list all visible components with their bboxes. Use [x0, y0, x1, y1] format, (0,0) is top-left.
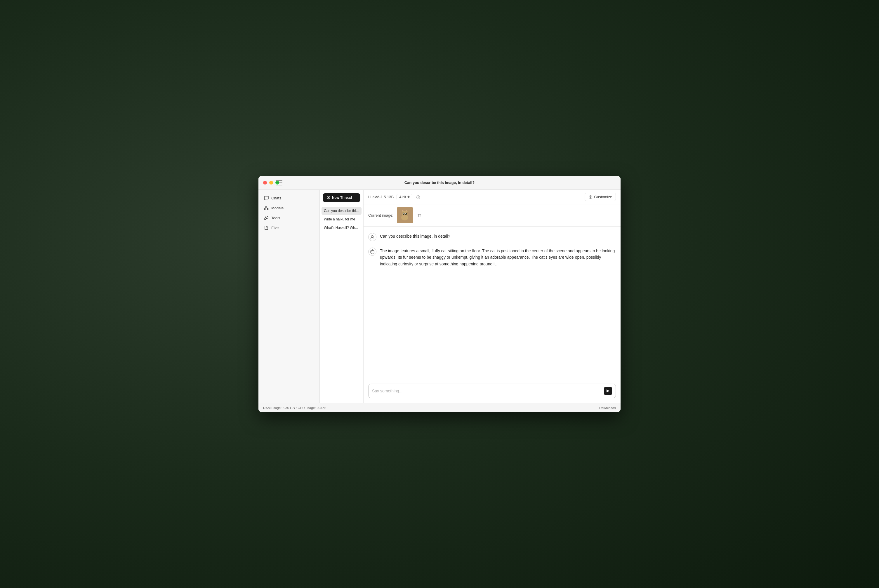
user-avatar	[368, 233, 376, 241]
sidebar-item-models[interactable]: Models	[261, 203, 317, 213]
content-header: LLaVA-1.5 13B 4-bit	[364, 190, 621, 204]
image-thumbnail	[397, 207, 413, 224]
sidebar-item-tools-label: Tools	[271, 216, 280, 220]
model-name: LLaVA-1.5 13B	[368, 195, 394, 199]
delete-image-icon[interactable]	[416, 213, 422, 218]
timer-icon[interactable]	[415, 194, 421, 200]
message-assistant: The image features a small, fluffy cat s…	[368, 247, 616, 267]
minimize-button[interactable]	[269, 181, 273, 184]
models-icon	[264, 205, 269, 210]
svg-point-6	[590, 196, 591, 198]
chat-item-1[interactable]: Can you describe thi...	[321, 207, 362, 215]
assistant-message-text: The image features a small, fluffy cat s…	[380, 247, 616, 267]
svg-point-14	[403, 213, 405, 215]
svg-point-17	[405, 213, 406, 214]
sidebar-item-files-label: Files	[271, 226, 279, 230]
svg-point-21	[372, 252, 372, 252]
current-image-label: Current image:	[368, 213, 393, 218]
svg-point-23	[372, 249, 373, 250]
input-container	[368, 384, 616, 398]
app-window: Can you describe this image, in detail? …	[258, 176, 621, 412]
svg-point-3	[267, 217, 267, 218]
sidebar-item-chats-label: Chats	[271, 196, 281, 200]
sidebar-item-files[interactable]: Files	[261, 223, 317, 232]
files-icon	[264, 225, 269, 230]
main-layout: Chats Models	[258, 190, 621, 403]
messages-list: Can you describe this image, in detail?	[364, 226, 621, 380]
new-thread-label: New Thread	[332, 196, 352, 200]
svg-point-2	[267, 208, 268, 210]
sidebar-item-models-label: Models	[271, 206, 284, 210]
window-title: Can you describe this image, in detail?	[405, 180, 475, 185]
send-button[interactable]	[604, 387, 612, 395]
bot-avatar	[368, 248, 376, 256]
bit-arrow-up-icon	[407, 196, 410, 197]
svg-point-1	[264, 208, 266, 210]
close-button[interactable]	[263, 181, 267, 184]
svg-point-16	[403, 213, 404, 214]
chat-panel: New Thread Can you describe thi... Write…	[320, 190, 364, 403]
bit-arrow-down-icon	[407, 197, 410, 198]
message-user: Can you describe this image, in detail?	[368, 232, 616, 241]
sidebar-item-chats[interactable]: Chats	[261, 193, 317, 202]
sidebar-toggle-icon[interactable]	[276, 180, 282, 185]
tools-icon	[264, 215, 269, 220]
svg-point-22	[373, 252, 374, 252]
model-selector[interactable]: LLaVA-1.5 13B	[368, 195, 394, 199]
svg-rect-20	[370, 250, 374, 253]
image-bar: Current image:	[364, 204, 621, 226]
svg-point-15	[405, 213, 407, 215]
main-content: LLaVA-1.5 13B 4-bit	[364, 190, 621, 403]
sidebar: Chats Models	[258, 190, 320, 403]
customize-label: Customize	[594, 195, 612, 199]
downloads-link[interactable]: Downloads	[599, 406, 616, 410]
bit-value: 4-bit	[399, 195, 406, 199]
bit-selector[interactable]: 4-bit	[397, 194, 412, 200]
customize-button[interactable]: Customize	[585, 193, 616, 201]
input-area	[364, 380, 621, 403]
titlebar: Can you describe this image, in detail?	[258, 176, 621, 190]
message-input[interactable]	[372, 388, 602, 393]
bit-arrows	[407, 196, 410, 198]
ram-cpu-usage: RAM usage: 5.36 GB / CPU usage: 0.40%	[263, 406, 326, 410]
chat-list: Can you describe thi... Write a haiku fo…	[320, 206, 363, 233]
new-thread-button[interactable]: New Thread	[323, 193, 360, 202]
chat-item-3[interactable]: What's Haskell? Wh...	[321, 224, 362, 232]
sidebar-item-tools[interactable]: Tools	[261, 213, 317, 222]
status-bar: RAM usage: 5.36 GB / CPU usage: 0.40% Do…	[258, 403, 621, 412]
chat-item-2[interactable]: Write a haiku for me	[321, 215, 362, 224]
user-message-text: Can you describe this image, in detail?	[380, 232, 450, 239]
sidebar-nav: Chats Models	[258, 190, 320, 236]
chat-icon	[264, 195, 269, 201]
svg-point-18	[404, 215, 405, 216]
